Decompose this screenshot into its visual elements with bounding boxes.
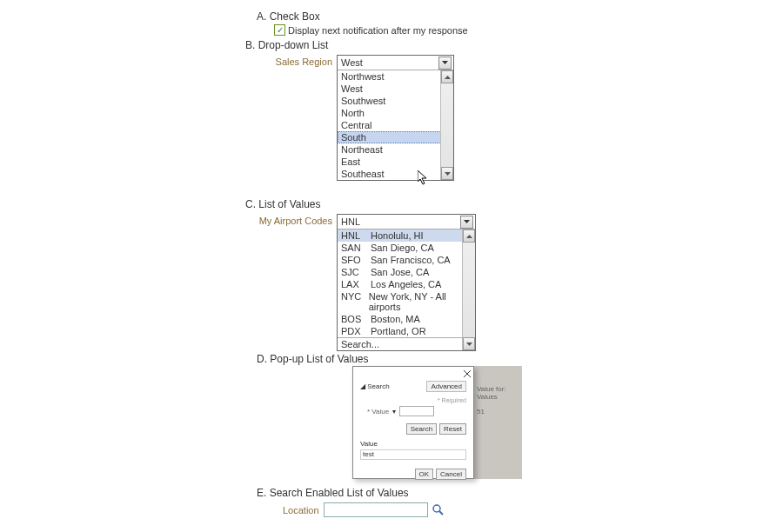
- dropdown-option[interactable]: Northeast: [338, 143, 453, 156]
- scroll-down-button[interactable]: [463, 337, 475, 350]
- check-icon: ✓: [277, 26, 284, 35]
- side-panel-text: Value for: Values 51: [477, 385, 506, 416]
- chevron-up-icon: [466, 235, 472, 238]
- scroll-down-button[interactable]: [441, 167, 453, 180]
- popup-lov-dialog: ◢ Search Advanced * Required * Value ▾ S…: [352, 366, 474, 479]
- svg-point-9: [433, 505, 440, 512]
- dropdown-option[interactable]: Southeast: [338, 168, 453, 180]
- svg-marker-6: [466, 342, 472, 346]
- dropdown-option[interactable]: Central: [338, 119, 453, 131]
- section-d-title: D. Pop-up List of Values: [257, 353, 369, 365]
- sales-region-label: Sales Region: [245, 55, 337, 67]
- sales-region-dropdown[interactable]: West Northwest West Southwest North Cent…: [337, 55, 454, 181]
- lov-row[interactable]: SJCSan Jose, CA: [338, 266, 475, 278]
- chevron-down-icon: [466, 342, 472, 346]
- display-notification-checkbox[interactable]: ✓: [274, 24, 285, 36]
- popup-field-label: * Value: [367, 408, 389, 416]
- ok-button[interactable]: OK: [415, 469, 434, 480]
- dropdown-option[interactable]: East: [338, 156, 453, 168]
- lov-row[interactable]: SANSan Diego, CA: [338, 242, 475, 254]
- search-button[interactable]: Search: [406, 423, 437, 435]
- dropdown-option[interactable]: North: [338, 107, 453, 119]
- svg-marker-0: [442, 61, 448, 64]
- section-b-title: B. Drop-down List: [245, 39, 454, 51]
- lov-arrow-button[interactable]: [460, 216, 473, 229]
- svg-line-10: [439, 511, 443, 515]
- chevron-up-icon: [445, 76, 451, 79]
- lov-value: HNL: [341, 216, 360, 227]
- search-icon: [432, 504, 445, 516]
- scroll-up-button[interactable]: [441, 70, 453, 83]
- svg-marker-4: [464, 220, 470, 223]
- dropdown-option[interactable]: Northwest: [338, 70, 453, 83]
- reset-button[interactable]: Reset: [439, 423, 466, 435]
- popup-result-value[interactable]: test: [360, 449, 466, 460]
- dropdown-option[interactable]: West: [338, 83, 453, 95]
- location-search-button[interactable]: [432, 504, 445, 516]
- section-a-title: A. Check Box: [257, 10, 468, 23]
- airport-codes-lov[interactable]: HNL HNLHonolulu, HI SANSan Diego, CA SFO…: [337, 214, 476, 351]
- section-e-title: E. Search Enabled List of Values: [257, 487, 445, 499]
- required-hint: * Required: [360, 397, 466, 403]
- advanced-button[interactable]: Advanced: [426, 381, 466, 392]
- lov-row[interactable]: HNLHonolulu, HI: [338, 229, 475, 242]
- popup-value-input[interactable]: [399, 406, 434, 416]
- scroll-up-button[interactable]: [463, 229, 475, 243]
- svg-marker-5: [466, 235, 472, 238]
- close-button[interactable]: [464, 369, 471, 379]
- popup-search-heading: ◢ Search: [360, 382, 390, 390]
- cancel-button[interactable]: Cancel: [436, 469, 466, 480]
- dropdown-value: West: [341, 57, 363, 68]
- dropdown-list[interactable]: Northwest West Southwest North Central S…: [338, 70, 453, 180]
- lov-search-link[interactable]: Search...: [338, 337, 475, 350]
- checkbox-label: Display next notification after my respo…: [288, 25, 468, 36]
- location-label: Location: [283, 505, 319, 515]
- chevron-down-icon: [464, 220, 470, 223]
- lov-row[interactable]: PDXPortland, OR: [338, 325, 475, 337]
- svg-marker-2: [445, 172, 451, 176]
- lov-row[interactable]: SFOSan Francisco, CA: [338, 254, 475, 266]
- airport-codes-label: My Airport Codes: [245, 214, 337, 226]
- dropdown-arrow-button[interactable]: [438, 57, 452, 70]
- lov-row[interactable]: NYCNew York, NY - All airports: [338, 290, 475, 313]
- lov-row[interactable]: LAXLos Angeles, CA: [338, 278, 475, 290]
- svg-marker-1: [445, 76, 451, 79]
- dropdown-option-highlighted[interactable]: South: [338, 131, 453, 143]
- location-input[interactable]: [324, 502, 428, 517]
- section-c-title: C. List of Values: [245, 198, 476, 210]
- dropdown-scrollbar[interactable]: [440, 70, 453, 180]
- lov-scrollbar[interactable]: [462, 229, 475, 350]
- chevron-down-icon: [442, 61, 448, 64]
- lov-row[interactable]: BOSBoston, MA: [338, 313, 475, 325]
- dropdown-option[interactable]: Southwest: [338, 95, 453, 107]
- popup-op-icon[interactable]: ▾: [392, 408, 396, 416]
- popup-value-heading: Value: [360, 440, 466, 448]
- chevron-down-icon: [445, 172, 451, 176]
- close-icon: [464, 370, 471, 377]
